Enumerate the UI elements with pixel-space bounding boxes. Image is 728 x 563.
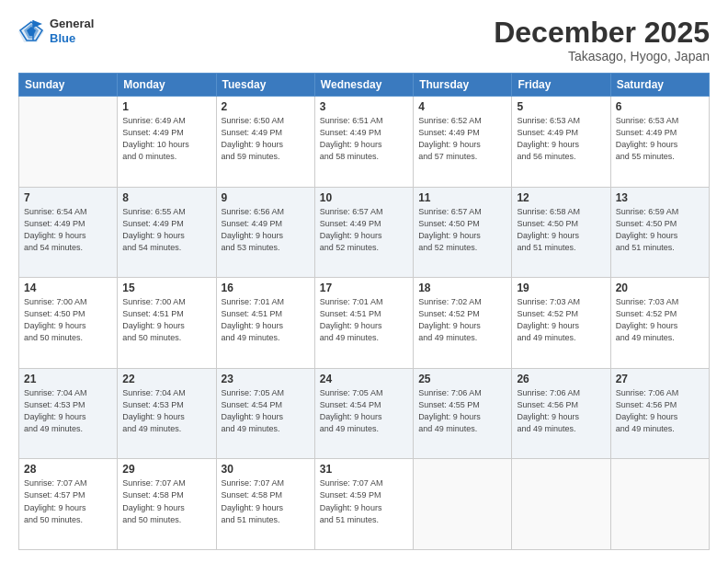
day-number: 30 [222,463,310,476]
day-info: Sunrise: 7:06 AMSunset: 4:56 PMDaylight:… [517,387,605,435]
day-cell: 11Sunrise: 6:57 AMSunset: 4:50 PMDayligh… [414,187,512,278]
day-info: Sunrise: 7:03 AMSunset: 4:52 PMDaylight:… [616,296,704,344]
day-number: 18 [418,282,506,294]
location: Takasago, Hyogo, Japan [494,49,710,63]
day-cell: 23Sunrise: 7:05 AMSunset: 4:54 PMDayligh… [216,368,314,459]
day-number: 10 [320,191,408,204]
day-cell: 15Sunrise: 7:00 AMSunset: 4:51 PMDayligh… [118,278,216,369]
week-row-3: 14Sunrise: 7:00 AMSunset: 4:50 PMDayligh… [19,278,710,369]
day-number: 27 [616,373,704,385]
day-number: 23 [222,373,310,385]
day-number: 7 [24,191,112,204]
header-thursday: Thursday [414,74,512,97]
day-info: Sunrise: 7:04 AMSunset: 4:53 PMDaylight:… [24,387,112,435]
day-info: Sunrise: 7:07 AMSunset: 4:59 PMDaylight:… [320,477,408,525]
logo-text: General Blue [50,17,94,45]
day-number: 3 [320,100,408,113]
day-number: 9 [222,191,310,204]
day-cell: 8Sunrise: 6:55 AMSunset: 4:49 PMDaylight… [118,187,216,278]
header-sunday: Sunday [19,74,118,97]
day-number: 5 [517,100,605,113]
page: General Blue December 2025 Takasago, Hyo… [0,0,728,563]
calendar-table: SundayMondayTuesdayWednesdayThursdayFrid… [18,73,710,550]
day-cell: 20Sunrise: 7:03 AMSunset: 4:52 PMDayligh… [610,278,709,369]
day-cell: 13Sunrise: 6:59 AMSunset: 4:50 PMDayligh… [610,187,709,278]
day-cell: 30Sunrise: 7:07 AMSunset: 4:58 PMDayligh… [216,459,314,550]
day-cell: 2Sunrise: 6:50 AMSunset: 4:49 PMDaylight… [216,97,314,188]
day-number: 25 [418,373,506,385]
month-title: December 2025 [494,17,710,49]
day-cell [512,459,610,550]
day-info: Sunrise: 6:53 AMSunset: 4:49 PMDaylight:… [616,115,704,163]
header-saturday: Saturday [610,74,709,97]
day-cell: 24Sunrise: 7:05 AMSunset: 4:54 PMDayligh… [314,368,413,459]
day-cell: 5Sunrise: 6:53 AMSunset: 4:49 PMDaylight… [512,97,610,188]
day-number: 28 [24,463,112,476]
week-row-2: 7Sunrise: 6:54 AMSunset: 4:49 PMDaylight… [19,187,710,278]
logo-icon [18,18,46,44]
day-cell [19,97,118,188]
day-info: Sunrise: 6:56 AMSunset: 4:49 PMDaylight:… [222,206,310,254]
day-cell: 21Sunrise: 7:04 AMSunset: 4:53 PMDayligh… [19,368,118,459]
day-cell: 26Sunrise: 7:06 AMSunset: 4:56 PMDayligh… [512,368,610,459]
title-block: December 2025 Takasago, Hyogo, Japan [494,17,710,63]
day-cell: 16Sunrise: 7:01 AMSunset: 4:51 PMDayligh… [216,278,314,369]
day-info: Sunrise: 6:50 AMSunset: 4:49 PMDaylight:… [222,115,310,163]
day-number: 29 [122,463,210,476]
week-row-1: 1Sunrise: 6:49 AMSunset: 4:49 PMDaylight… [19,97,710,188]
day-number: 14 [24,282,112,294]
day-info: Sunrise: 7:05 AMSunset: 4:54 PMDaylight:… [320,387,408,435]
day-info: Sunrise: 7:01 AMSunset: 4:51 PMDaylight:… [222,296,310,344]
day-number: 11 [418,191,506,204]
day-cell: 29Sunrise: 7:07 AMSunset: 4:58 PMDayligh… [118,459,216,550]
day-number: 8 [122,191,210,204]
day-number: 12 [517,191,605,204]
day-number: 2 [222,100,310,113]
day-cell: 12Sunrise: 6:58 AMSunset: 4:50 PMDayligh… [512,187,610,278]
day-info: Sunrise: 7:04 AMSunset: 4:53 PMDaylight:… [122,387,210,435]
day-info: Sunrise: 7:07 AMSunset: 4:57 PMDaylight:… [24,477,112,525]
week-row-5: 28Sunrise: 7:07 AMSunset: 4:57 PMDayligh… [19,459,710,550]
day-number: 17 [320,282,408,294]
day-number: 16 [222,282,310,294]
day-cell: 27Sunrise: 7:06 AMSunset: 4:56 PMDayligh… [610,368,709,459]
day-number: 4 [418,100,506,113]
day-number: 22 [122,373,210,385]
day-cell: 25Sunrise: 7:06 AMSunset: 4:55 PMDayligh… [414,368,512,459]
day-cell: 1Sunrise: 6:49 AMSunset: 4:49 PMDaylight… [118,97,216,188]
day-cell: 28Sunrise: 7:07 AMSunset: 4:57 PMDayligh… [19,459,118,550]
day-cell: 4Sunrise: 6:52 AMSunset: 4:49 PMDaylight… [414,97,512,188]
day-cell: 17Sunrise: 7:01 AMSunset: 4:51 PMDayligh… [314,278,413,369]
day-info: Sunrise: 6:54 AMSunset: 4:49 PMDaylight:… [24,206,112,254]
day-info: Sunrise: 6:49 AMSunset: 4:49 PMDaylight:… [122,115,210,163]
day-info: Sunrise: 6:58 AMSunset: 4:50 PMDaylight:… [517,206,605,254]
logo-line2: Blue [50,31,94,46]
day-cell [414,459,512,550]
day-number: 6 [616,100,704,113]
day-cell [610,459,709,550]
day-number: 20 [616,282,704,294]
header-wednesday: Wednesday [314,74,413,97]
day-info: Sunrise: 6:55 AMSunset: 4:49 PMDaylight:… [122,206,210,254]
day-info: Sunrise: 6:52 AMSunset: 4:49 PMDaylight:… [418,115,506,163]
day-cell: 10Sunrise: 6:57 AMSunset: 4:49 PMDayligh… [314,187,413,278]
header-friday: Friday [512,74,610,97]
day-number: 21 [24,373,112,385]
day-cell: 22Sunrise: 7:04 AMSunset: 4:53 PMDayligh… [118,368,216,459]
logo: General Blue [18,17,94,45]
week-row-4: 21Sunrise: 7:04 AMSunset: 4:53 PMDayligh… [19,368,710,459]
day-number: 15 [122,282,210,294]
day-number: 31 [320,463,408,476]
day-info: Sunrise: 6:59 AMSunset: 4:50 PMDaylight:… [616,206,704,254]
day-info: Sunrise: 7:03 AMSunset: 4:52 PMDaylight:… [517,296,605,344]
day-info: Sunrise: 7:05 AMSunset: 4:54 PMDaylight:… [222,387,310,435]
header-monday: Monday [118,74,216,97]
day-info: Sunrise: 7:01 AMSunset: 4:51 PMDaylight:… [320,296,408,344]
day-info: Sunrise: 6:53 AMSunset: 4:49 PMDaylight:… [517,115,605,163]
day-info: Sunrise: 7:00 AMSunset: 4:50 PMDaylight:… [24,296,112,344]
day-cell: 19Sunrise: 7:03 AMSunset: 4:52 PMDayligh… [512,278,610,369]
day-info: Sunrise: 7:06 AMSunset: 4:56 PMDaylight:… [616,387,704,435]
day-info: Sunrise: 7:07 AMSunset: 4:58 PMDaylight:… [222,477,310,525]
day-cell: 3Sunrise: 6:51 AMSunset: 4:49 PMDaylight… [314,97,413,188]
day-info: Sunrise: 7:02 AMSunset: 4:52 PMDaylight:… [418,296,506,344]
